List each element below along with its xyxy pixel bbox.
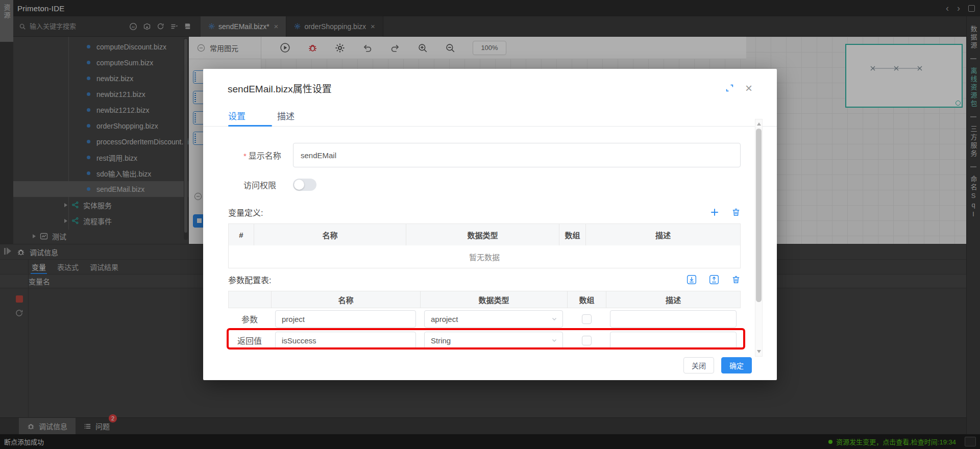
add-variable-icon[interactable]	[710, 208, 719, 217]
col-name: 名称	[272, 291, 421, 308]
dialog-title: sendEMail.bizx属性设置	[228, 81, 332, 95]
col-datatype: 数据类型	[421, 291, 568, 308]
chevron-down-icon	[551, 316, 557, 322]
return-value-row: 返回值 String	[228, 330, 741, 351]
delete-parameter-icon[interactable]	[731, 275, 741, 284]
col-array: 数组	[559, 224, 586, 245]
dialog-scrollbar[interactable]	[755, 119, 763, 357]
empty-data-placeholder: 暂无数据	[229, 245, 740, 268]
toggle-knob	[294, 180, 304, 190]
variable-definition-table: # 名称 数据类型 数组 描述 暂无数据	[228, 223, 741, 268]
close-button[interactable]: 关闭	[683, 357, 714, 373]
row-kind-label: 参数	[228, 308, 271, 330]
col-kind	[229, 291, 272, 308]
required-mark: *	[243, 152, 247, 160]
dialog-tabs: 设置 描述	[203, 109, 777, 127]
parameter-config-table: 名称 数据类型 数组 描述 参数 aproject	[228, 291, 741, 351]
return-description-input[interactable]	[610, 332, 737, 349]
export-upload-icon[interactable]	[709, 275, 719, 285]
col-name: 名称	[254, 224, 406, 245]
chevron-down-icon	[551, 337, 557, 343]
row-kind-label: 返回值	[228, 330, 271, 351]
col-description: 描述	[606, 291, 740, 308]
primeton-ide-window: Primeton-IDE ‹ › AI	[0, 0, 980, 449]
scroll-down-icon[interactable]	[757, 350, 761, 353]
property-settings-dialog: sendEMail.bizx属性设置 × 设置 描述 *显示名称 访问权限	[203, 69, 777, 380]
delete-variable-icon[interactable]	[731, 208, 741, 217]
col-index: #	[229, 224, 254, 245]
scroll-up-icon[interactable]	[757, 122, 761, 126]
return-datatype-select[interactable]: String	[424, 332, 563, 349]
col-datatype: 数据类型	[406, 224, 559, 245]
dialog-scrollbar-thumb[interactable]	[756, 129, 762, 302]
return-name-input[interactable]	[275, 332, 416, 349]
col-description: 描述	[586, 224, 740, 245]
access-permission-label: 访问权限	[243, 179, 293, 191]
return-array-checkbox[interactable]	[582, 336, 592, 345]
ok-button[interactable]: 确定	[721, 357, 752, 373]
display-name-input[interactable]	[293, 143, 741, 167]
fullscreen-expand-icon[interactable]	[725, 84, 734, 92]
param-datatype-select[interactable]: aproject	[424, 310, 563, 328]
param-array-checkbox[interactable]	[582, 314, 592, 324]
variable-definition-label: 变量定义:	[228, 206, 263, 218]
import-download-icon[interactable]	[687, 275, 697, 285]
param-description-input[interactable]	[610, 310, 737, 328]
dialog-tab-settings[interactable]: 设置	[228, 109, 246, 126]
display-name-label: *显示名称	[243, 149, 293, 161]
parameter-config-label: 参数配置表:	[228, 273, 271, 286]
dialog-tab-description[interactable]: 描述	[277, 109, 295, 126]
parameter-row: 参数 aproject	[228, 308, 741, 330]
dialog-close-icon[interactable]: ×	[745, 83, 752, 93]
param-name-input[interactable]	[275, 310, 416, 328]
col-array: 数组	[568, 291, 606, 308]
access-permission-toggle[interactable]	[293, 179, 316, 191]
